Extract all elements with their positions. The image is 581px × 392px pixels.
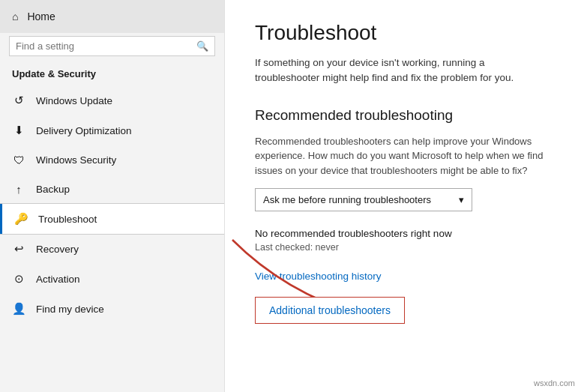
sidebar-item-label: Troubleshoot [38,214,97,225]
sidebar-item-troubleshoot[interactable]: 🔑 Troubleshoot [0,204,224,234]
troubleshoot-icon: 🔑 [14,212,28,226]
last-checked-text: Last checked: never [255,242,551,253]
chevron-down-icon: ▾ [459,194,464,205]
desc-text: Recommended troubleshooters can help imp… [255,134,551,178]
sidebar-item-activation[interactable]: ⊙ Activation [0,264,224,294]
status-text: No recommended troubleshooters right now [255,228,551,239]
dropdown-value: Ask me before running troubleshooters [263,194,431,205]
backup-icon: ↑ [12,183,25,196]
home-icon: ⌂ [12,10,18,22]
recommended-heading: Recommended troubleshooting [255,107,551,124]
sidebar-item-label: Find my device [36,304,104,315]
delivery-optimization-icon: ⬇ [12,124,25,137]
main-content: Troubleshoot If something on your device… [225,0,581,392]
windows-security-icon: 🛡 [12,154,25,166]
sidebar-item-windows-update[interactable]: ↺ Windows Update [0,85,224,115]
sidebar-item-label: Windows Security [36,154,116,166]
search-icon: 🔍 [196,40,208,52]
sidebar-item-windows-security[interactable]: 🛡 Windows Security [0,145,224,175]
sidebar-item-label: Backup [36,184,70,195]
find-my-device-icon: 👤 [12,302,25,316]
sidebar-item-find-my-device[interactable]: 👤 Find my device [0,294,224,324]
section-title: Update & Security [0,64,224,85]
sidebar-item-label: Delivery Optimization [36,125,132,136]
sidebar-item-label: Recovery [36,244,79,255]
sidebar-item-recovery[interactable]: ↩ Recovery [0,234,224,264]
home-label: Home [27,10,55,22]
sidebar: ⌂ Home 🔍 Update & Security ↺ Windows Upd… [0,0,225,392]
search-input[interactable] [16,40,192,52]
sidebar-item-label: Activation [36,274,80,285]
sidebar-home-item[interactable]: ⌂ Home [0,0,224,33]
view-history-link[interactable]: View troubleshooting history [255,271,551,282]
page-title: Troubleshoot [255,21,551,45]
additional-troubleshooters-button[interactable]: Additional troubleshooters [255,297,405,324]
sidebar-item-backup[interactable]: ↑ Backup [0,175,224,204]
recovery-icon: ↩ [12,242,25,256]
sidebar-item-delivery-optimization[interactable]: ⬇ Delivery Optimization [0,115,224,145]
activation-icon: ⊙ [12,272,25,286]
windows-update-icon: ↺ [12,94,25,107]
troubleshoot-dropdown[interactable]: Ask me before running troubleshooters ▾ [255,188,472,211]
sidebar-item-label: Windows Update [36,95,112,106]
search-box[interactable]: 🔍 [9,36,215,56]
watermark: wsxdn.com [534,379,575,388]
intro-text: If something on your device isn't workin… [255,55,551,86]
